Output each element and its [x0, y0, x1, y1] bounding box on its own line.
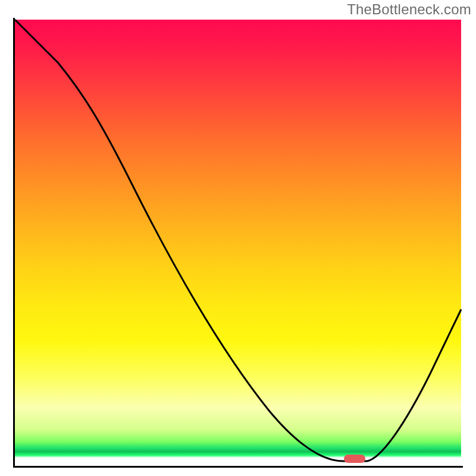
- plot-area: [13, 18, 463, 468]
- optimal-marker: [344, 455, 365, 463]
- bottleneck-curve: [13, 18, 463, 468]
- chart-container: TheBottleneck.com: [0, 0, 476, 476]
- watermark-text: TheBottleneck.com: [347, 1, 471, 18]
